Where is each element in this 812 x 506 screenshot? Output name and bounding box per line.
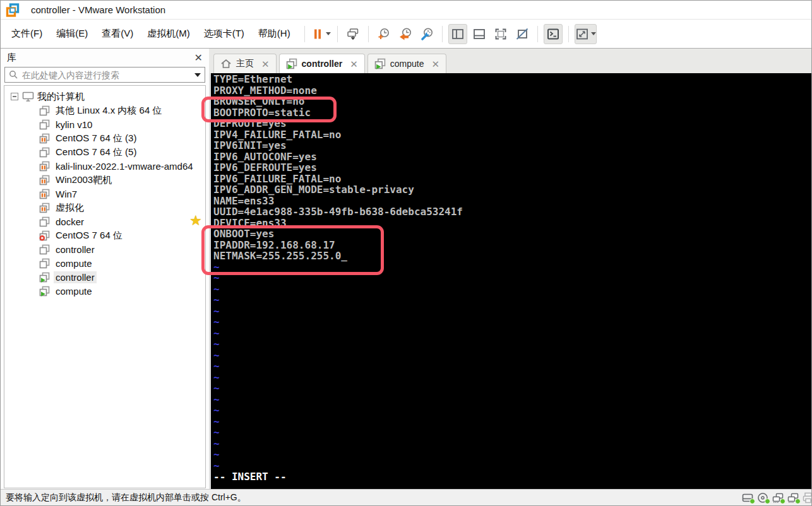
vm-tab[interactable]: controller ✕ xyxy=(279,54,365,73)
close-library-icon[interactable]: ✕ xyxy=(194,53,203,63)
keyboard-icon xyxy=(346,27,360,41)
console-line: ~ xyxy=(213,394,811,406)
tab-label: compute xyxy=(390,59,424,69)
menu-items: 文件(F) 编辑(E) 查看(V) 虚拟机(M) 选项卡(T) 帮助(H) xyxy=(4,24,297,44)
vm-name-label: compute xyxy=(54,285,94,297)
stretch-guest-button[interactable] xyxy=(575,24,597,44)
suspend-button[interactable] xyxy=(311,24,331,44)
connected-indicator xyxy=(749,498,755,504)
vm-tree-item[interactable]: compute xyxy=(4,256,205,270)
vm-state-icon xyxy=(39,230,50,241)
vm-tree-item[interactable]: CentOS 7 64 位 xyxy=(4,228,205,242)
menu-item[interactable]: 帮助(H) xyxy=(251,24,297,44)
vm-tree-item[interactable]: kali-linux-2022.1-vmware-amd64 xyxy=(4,159,205,173)
vm-tree-item[interactable]: docker xyxy=(4,215,205,228)
status-message: 要将输入定向到该虚拟机，请在虚拟机内部单击或按 Ctrl+G。 xyxy=(6,492,741,503)
title-bar: controller - VMware Workstation xyxy=(1,1,811,20)
vm-tree-item[interactable]: compute xyxy=(4,284,205,298)
vm-state-icon xyxy=(39,286,50,297)
show-library-toggle[interactable] xyxy=(448,24,467,44)
fullscreen-button[interactable] xyxy=(491,24,510,44)
bottom-panel-icon xyxy=(472,27,486,41)
menu-item[interactable]: 查看(V) xyxy=(95,24,140,44)
chevron-down-icon[interactable] xyxy=(326,32,331,35)
vm-tree-item[interactable]: kylin v10 xyxy=(4,117,205,131)
vm-name-label: CentOS 7 64 位 xyxy=(54,229,124,242)
tab-label: controller xyxy=(302,59,343,69)
stretch-diagonal-arrows-icon xyxy=(575,27,589,41)
vm-name-label: CentOS 7 64 位 (5) xyxy=(54,146,138,159)
device-status-icon[interactable] xyxy=(756,491,772,505)
toolbar xyxy=(300,24,598,44)
main-area: 库 ✕ xyxy=(1,49,811,489)
vm-tree-item[interactable]: Win2003靶机 xyxy=(4,173,205,187)
tree-node-my-computer[interactable]: 我的计算机 xyxy=(4,90,205,103)
console-line: UUID=4e1ac988-335b-49fb-b638-6debca53241… xyxy=(213,206,811,218)
take-snapshot-button[interactable] xyxy=(374,24,393,44)
vm-console-screen[interactable]: TYPE=Ethernet PROXY_METHOD=none BROWSER_… xyxy=(209,73,811,489)
pause-icon xyxy=(311,28,324,40)
snapshot-wrench-icon xyxy=(420,27,434,41)
search-icon xyxy=(9,70,18,79)
console-line: ~ xyxy=(213,262,811,273)
vm-tab[interactable]: compute ✕ xyxy=(367,54,446,73)
snapshot-manager-button[interactable] xyxy=(417,24,436,44)
connected-indicator xyxy=(765,498,770,504)
console-line: ~ xyxy=(213,372,811,384)
device-status-icon[interactable] xyxy=(787,491,802,505)
menu-item[interactable]: 选项卡(T) xyxy=(197,24,251,44)
console-line: ~ xyxy=(213,405,811,416)
device-status-icon[interactable] xyxy=(741,491,756,505)
vm-tree-item[interactable]: controller xyxy=(4,270,205,284)
tab-icon xyxy=(220,58,232,69)
connected-indicator xyxy=(780,498,785,504)
device-status-icon[interactable] xyxy=(802,491,811,505)
vm-state-icon xyxy=(39,161,50,172)
vm-tree-item[interactable]: Win7 xyxy=(4,187,205,201)
send-ctrl-alt-del-button[interactable] xyxy=(343,24,362,44)
vm-running-icon xyxy=(374,58,386,69)
status-bar: 要将输入定向到该虚拟机，请在虚拟机内部单击或按 Ctrl+G。 xyxy=(1,489,811,505)
vm-tree-item[interactable]: CentOS 7 64 位 (5) xyxy=(4,145,205,159)
unity-mode-button[interactable] xyxy=(513,24,532,44)
vm-tree-item[interactable]: 虚拟化 xyxy=(4,201,205,215)
vm-state-icon xyxy=(39,133,50,144)
vm-tree-item[interactable]: CentOS 7 64 位 (3) xyxy=(4,131,205,145)
show-thumbnail-bar-toggle[interactable] xyxy=(470,24,489,44)
vmware-logo-icon xyxy=(6,3,20,17)
snapshot-revert-arrow-icon xyxy=(398,27,412,41)
vm-tree-item[interactable]: 其他 Linux 4.x 内核 64 位 xyxy=(4,103,205,117)
vm-state-icon xyxy=(39,258,50,269)
vm-tab[interactable]: 主页 ✕ xyxy=(213,54,277,73)
tab-close-icon[interactable]: ✕ xyxy=(431,59,439,69)
left-panel-icon xyxy=(451,27,465,41)
console-view-button[interactable] xyxy=(544,24,563,44)
tab-close-icon[interactable]: ✕ xyxy=(350,59,358,69)
revert-snapshot-button[interactable] xyxy=(396,24,415,44)
search-input[interactable] xyxy=(22,70,194,80)
search-dropdown-icon[interactable] xyxy=(194,73,201,77)
console-line: PROXY_METHOD=none xyxy=(213,85,811,97)
menu-item[interactable]: 虚拟机(M) xyxy=(140,24,197,44)
console-line: ~ xyxy=(213,350,811,362)
collapse-expander-icon[interactable] xyxy=(11,93,18,100)
chevron-down-icon[interactable] xyxy=(591,32,596,35)
console-line: ~ xyxy=(213,295,811,306)
device-status-icon[interactable] xyxy=(772,491,787,505)
vm-state-icon xyxy=(39,175,50,185)
console-line: DEFROUTE=yes xyxy=(213,118,811,129)
console-line: IPV6_ADDR_GEN_MODE=stable-privacy xyxy=(213,184,811,196)
library-search[interactable] xyxy=(4,67,205,83)
console-line: ~ xyxy=(213,461,811,472)
tab-close-icon[interactable]: ✕ xyxy=(261,59,270,69)
console-line: ~ xyxy=(213,317,811,328)
tree-root-label: 我的计算机 xyxy=(37,91,85,103)
console-icon xyxy=(546,27,560,41)
vm-name-label: controller xyxy=(54,271,97,283)
menu-item[interactable]: 文件(F) xyxy=(4,24,49,44)
console-line: NAME=ens33 xyxy=(213,196,811,207)
menu-item[interactable]: 编辑(E) xyxy=(49,24,95,44)
connected-indicator xyxy=(795,498,801,504)
vm-tree-item[interactable]: controller xyxy=(4,242,205,256)
console-line: NETMASK=255.255.255.0_ xyxy=(213,250,811,262)
